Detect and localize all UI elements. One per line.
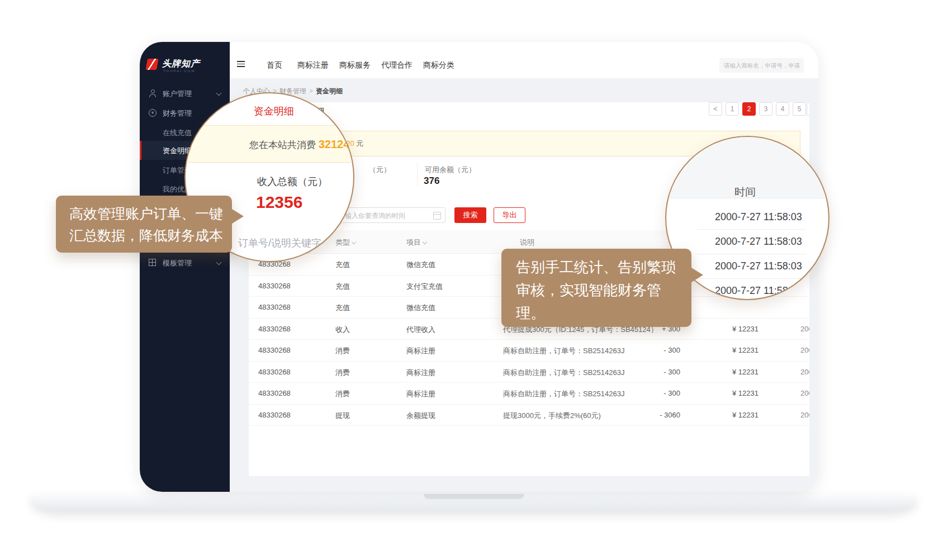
lens-row-separator: [697, 278, 806, 279]
sidebar-item-templates[interactable]: 模板管理: [140, 254, 230, 271]
callout-arrow-icon: [232, 209, 244, 224]
lens-tab-label: 资金明细: [254, 105, 294, 118]
hamburger-menu-icon[interactable]: [237, 61, 245, 67]
stat-divider: [417, 163, 418, 186]
user-icon: [149, 89, 157, 97]
lens-time-header: 时间: [734, 185, 756, 200]
logo-icon: [145, 59, 159, 70]
callout-text: 告别手工统计、告别繁琐: [516, 256, 691, 279]
pagination-page-button[interactable]: 5: [793, 102, 806, 116]
breadcrumb-item-current: 资金明细: [316, 87, 343, 95]
export-button[interactable]: 导出: [494, 207, 525, 223]
banner-unit-fragment: 元: [356, 139, 363, 148]
breadcrumb-separator: >: [309, 87, 313, 95]
callout-text: 审核，实现智能财务管: [516, 279, 691, 302]
stat-balance-label: 可用余额（元）: [425, 165, 476, 175]
logo-subtitle: TOUPAI.COM: [163, 69, 195, 73]
logo[interactable]: 头牌知产 TOUPAI.COM: [146, 58, 225, 75]
pagination-page-button-active[interactable]: 2: [742, 102, 756, 116]
nav-item-agent-coop[interactable]: 代理合作: [381, 60, 413, 70]
lens-income-label: 收入总额（元）: [257, 175, 328, 188]
sidebar-item-label: 账户管理: [163, 89, 192, 99]
page: 头牌知产 TOUPAI.COM 账户管理 ¥ 财务管理 在线充值 资金明细 订单…: [0, 0, 948, 560]
sidebar: 头牌知产 TOUPAI.COM 账户管理 ¥ 财务管理 在线充值 资金明细 订单…: [140, 42, 230, 492]
finance-icon: ¥: [149, 109, 157, 117]
lens-income-value: 12356: [256, 193, 302, 212]
search-input[interactable]: [719, 58, 804, 73]
lens-time-cell: 2000-7-27 11:58:03: [715, 211, 802, 223]
table-row: 48330268 消费 商标注册 商标自助注册，订单号：SB2514263J -…: [249, 382, 809, 405]
lens-time-cell: 2000-7-27 11:58:03: [715, 260, 802, 272]
lens-row-separator: [697, 254, 806, 254]
callout-left: 高效管理账户订单、一键 汇总数据，降低财务成本: [56, 196, 232, 253]
logo-title: 头牌知产: [162, 58, 200, 70]
callout-right: 告别手工统计、告别繁琐 审核，实现智能财务管 理。: [501, 249, 691, 327]
pagination-page-button-partial[interactable]: [807, 102, 809, 116]
table-row: 48330268 消费 商标注册 商标自助注册，订单号：SB2514263J -…: [249, 339, 809, 362]
nav-item-home[interactable]: 首页: [267, 60, 282, 70]
laptop-base-notch: [424, 494, 524, 499]
lens-banner-amount: 32124: [319, 138, 350, 150]
col-header-type[interactable]: 类型: [335, 238, 356, 248]
col-header-desc: 说明: [520, 238, 534, 248]
calendar-icon[interactable]: [433, 212, 441, 220]
sort-caret-icon: [352, 240, 356, 244]
sort-caret-icon: [423, 240, 427, 244]
search-button[interactable]: 搜索: [454, 207, 486, 223]
nav-item-trademark-service[interactable]: 商标服务: [339, 60, 371, 70]
date-input-placeholder: 输入你要查询的时间: [345, 211, 405, 221]
lens-row-separator: [697, 229, 806, 230]
pagination-page-button[interactable]: 3: [759, 102, 772, 116]
sidebar-item-label: 在线充值: [163, 128, 192, 138]
pagination-page-button[interactable]: 4: [776, 102, 789, 116]
callout-text: 理。: [516, 302, 691, 325]
chevron-down-icon: [216, 91, 222, 96]
callout-text: 汇总数据，降低财务成本: [69, 225, 232, 246]
lens-column-header: 订单号/说明关键字: [238, 236, 321, 250]
lens-time-cell: 2000-7-27 11:58:03: [715, 236, 802, 248]
stat-middle-label-fragment: （元）: [369, 165, 391, 175]
sidebar-item-label: 模板管理: [163, 258, 192, 268]
pagination-prev-button[interactable]: <: [709, 102, 722, 116]
chevron-down-icon: [216, 260, 222, 265]
sidebar-item-label: 财务管理: [163, 108, 192, 118]
col-header-project[interactable]: 项目: [406, 238, 426, 248]
stat-balance-value: 376: [424, 175, 439, 187]
callout-text: 高效管理账户订单、一键: [69, 203, 232, 225]
table-row: 48330268 消费 商标注册 商标自助注册，订单号：SB2514263J -…: [249, 361, 809, 383]
callout-arrow-icon: [691, 268, 703, 282]
sidebar-item-account[interactable]: 账户管理: [140, 85, 230, 102]
pagination-page-button[interactable]: 1: [726, 102, 739, 116]
nav-item-trademark-category[interactable]: 商标分类: [423, 60, 454, 70]
nav-item-trademark-register[interactable]: 商标注册: [297, 60, 329, 70]
template-icon: [149, 259, 156, 266]
lens-banner-text: 您在本站共消费 32124 元: [249, 138, 354, 151]
table-row: 48330268 提现 余额提现 提现3000元，手续费2%(60元) - 30…: [249, 404, 809, 426]
